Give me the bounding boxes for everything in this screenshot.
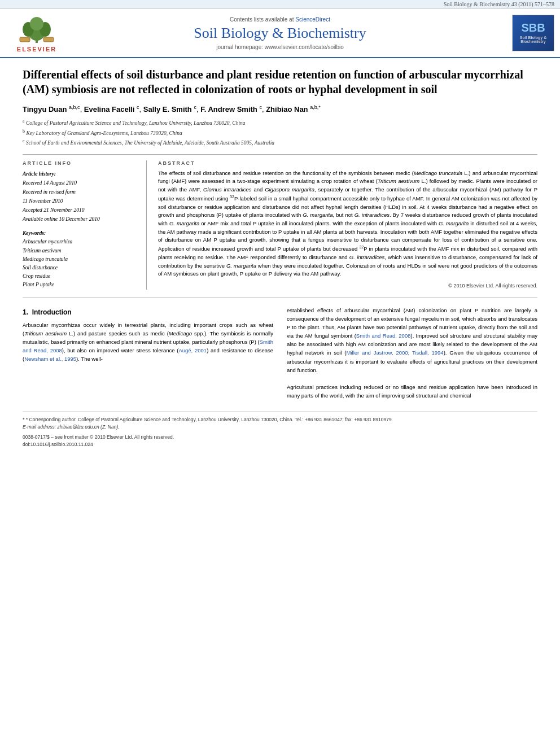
body-section: 1. Introduction Arbuscular mycorrhizas o… bbox=[23, 306, 537, 400]
history-item-3: Accepted 21 November 2010 bbox=[23, 206, 138, 215]
footnote-corresponding: * * Corresponding author. College of Pas… bbox=[23, 416, 537, 424]
keywords-label: Keywords: bbox=[23, 230, 138, 236]
keyword-5: Plant P uptake bbox=[23, 281, 138, 289]
sciencedirect-link[interactable]: ScienceDirect bbox=[295, 16, 330, 23]
intro-right-text: established effects of arbuscular mycorr… bbox=[287, 306, 537, 400]
footer-notes: * * Corresponding author. College of Pas… bbox=[23, 412, 537, 449]
abstract-col: ABSTRACT The effects of soil disturbance… bbox=[158, 160, 537, 290]
keyword-4: Crop residue bbox=[23, 272, 138, 281]
auge-2001-link[interactable]: Augé, 2001 bbox=[178, 347, 207, 353]
footnote-issn: 0038-0717/$ – see front matter © 2010 El… bbox=[23, 434, 537, 442]
keyword-2: Medicago truncatula bbox=[23, 255, 138, 264]
affil-c: c School of Earth and Environmental Scie… bbox=[23, 138, 537, 147]
intro-heading: 1. Introduction bbox=[23, 308, 273, 316]
elsevier-wordmark: ELSEVIER bbox=[17, 46, 56, 53]
footnote-doi: doi:10.1016/j.soilbio.2010.11.024 bbox=[23, 441, 537, 449]
journal-header-center: Contents lists available at ScienceDirec… bbox=[68, 16, 492, 50]
body-divider bbox=[23, 298, 537, 298]
history-item-2: 11 November 2010 bbox=[23, 196, 138, 206]
abstract-text: The effects of soil disturbance and resi… bbox=[158, 169, 537, 279]
top-bar: Soil Biology & Biochemistry 43 (2011) 57… bbox=[0, 0, 560, 9]
footnote-email: E-mail address: zhibiao@lzu.edu.cn (Z. N… bbox=[23, 423, 537, 431]
journal-homepage: journal homepage: www.elsevier.com/locat… bbox=[68, 44, 492, 50]
history-item-0: Received 14 August 2010 bbox=[23, 178, 138, 187]
newsham-link[interactable]: Newsham et al., 1995 bbox=[24, 356, 76, 362]
intro-left-text: Arbuscular mycorrhizas occur widely in t… bbox=[23, 321, 273, 364]
smith-read-2008-link[interactable]: Smith and Read, 2008 bbox=[23, 339, 273, 353]
svg-rect-5 bbox=[20, 37, 30, 42]
authors-line: Tingyu Duan a,b,c, Evelina Facelli c, Sa… bbox=[23, 104, 537, 113]
keyword-3: Soil disturbance bbox=[23, 264, 138, 272]
article-history: Article history: Received 14 August 2010… bbox=[23, 169, 138, 224]
article-title: Differential effects of soil disturbance… bbox=[23, 67, 537, 97]
author-5: Zhibiao Nan a,b,* bbox=[266, 105, 321, 113]
journal-reference: Soil Biology & Biochemistry 43 (2011) 57… bbox=[444, 1, 554, 7]
article-info-label: ARTICLE INFO bbox=[23, 160, 138, 166]
body-left-col: 1. Introduction Arbuscular mycorrhizas o… bbox=[23, 306, 273, 400]
elsevier-logo-area: ELSEVIER bbox=[6, 14, 68, 53]
author-4: F. Andrew Smith c bbox=[200, 105, 262, 113]
svg-point-4 bbox=[30, 17, 43, 30]
elsevier-tree-icon bbox=[14, 14, 59, 45]
elsevier-logo: ELSEVIER bbox=[6, 14, 68, 53]
sbb-logo-letters: SBB bbox=[521, 21, 545, 34]
history-item-1: Received in revised form bbox=[23, 187, 138, 196]
keywords-section: Keywords: Arbuscular mycorrhiza Triticum… bbox=[23, 230, 138, 289]
page-wrapper: Soil Biology & Biochemistry 43 (2011) 57… bbox=[0, 0, 560, 747]
body-right-col: established effects of arbuscular mycorr… bbox=[287, 306, 537, 400]
affil-a: a College of Pastoral Agriculture Scienc… bbox=[23, 118, 537, 127]
smith-read-2008-link2[interactable]: Smith and Read, 2008 bbox=[356, 333, 411, 339]
sbb-logo-subtitle: Soil Biology &Biochemistry bbox=[519, 34, 548, 45]
copyright-line: © 2010 Elsevier Ltd. All rights reserved… bbox=[158, 283, 537, 289]
journal-title: Soil Biology & Biochemistry bbox=[68, 25, 492, 42]
author-2: Evelina Facelli c bbox=[84, 105, 139, 113]
history-label: Article history: bbox=[23, 169, 138, 178]
article-info-abstract: ARTICLE INFO Article history: Received 1… bbox=[23, 154, 537, 290]
author-1: Tingyu Duan a,b,c bbox=[23, 105, 80, 113]
journal-header: ELSEVIER Contents lists available at Sci… bbox=[0, 9, 560, 58]
journal-logo-area: SBB Soil Biology &Biochemistry bbox=[492, 15, 554, 51]
history-item-4: Available online 10 December 2010 bbox=[23, 215, 138, 224]
affil-b: b Key Laboratory of Grassland Agro-Ecosy… bbox=[23, 128, 537, 137]
affiliations: a College of Pastoral Agriculture Scienc… bbox=[23, 118, 537, 147]
intro-section-number: 1. bbox=[23, 308, 32, 316]
keyword-0: Arbuscular mycorrhiza bbox=[23, 238, 138, 246]
miller-jastrow-link[interactable]: Miller and Jastrow, 2000; Tisdall, 1994 bbox=[347, 350, 444, 356]
article-content: Differential effects of soil disturbance… bbox=[0, 58, 560, 460]
article-info-col: ARTICLE INFO Article history: Received 1… bbox=[23, 160, 147, 290]
sbb-logo-box: SBB Soil Biology &Biochemistry bbox=[512, 15, 554, 51]
contents-line: Contents lists available at ScienceDirec… bbox=[68, 16, 492, 23]
intro-section-title: Introduction bbox=[32, 308, 72, 316]
abstract-label: ABSTRACT bbox=[158, 160, 537, 166]
keyword-1: Triticum aestivum bbox=[23, 247, 138, 255]
author-3: Sally E. Smith c bbox=[143, 105, 196, 113]
svg-rect-6 bbox=[43, 37, 54, 42]
